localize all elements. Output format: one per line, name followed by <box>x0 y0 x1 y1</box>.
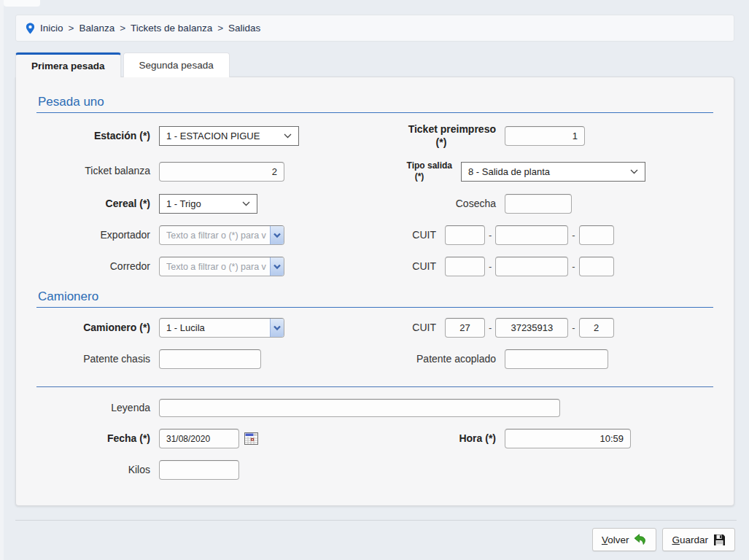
chevron-down-icon <box>273 233 282 238</box>
form-row: Exportador CUIT - - <box>36 225 713 245</box>
action-bar: Volver Guardar <box>592 528 735 551</box>
leyenda-input[interactable] <box>159 399 560 417</box>
estacion-select[interactable]: 1 - ESTACION PIGUE <box>159 126 299 146</box>
breadcrumb-separator: > <box>120 23 125 34</box>
breadcrumb: Inicio > Balanza > Tickets de balanza > … <box>15 15 734 42</box>
hora-label: Hora (*) <box>387 432 496 446</box>
corredor-cuit-part1-input[interactable] <box>445 257 485 276</box>
camionero-label: Camionero (*) <box>36 322 150 335</box>
form-row: Leyenda <box>36 399 713 417</box>
page-left-margin <box>0 0 4 560</box>
exportador-combobox <box>159 225 284 245</box>
form-row: Estación (*) 1 - ESTACION PIGUE Ticket p… <box>36 123 713 149</box>
camionero-cuit-part2-input[interactable] <box>495 318 568 338</box>
footer-divider <box>15 520 737 521</box>
section-divider <box>36 386 713 387</box>
fecha-input[interactable] <box>159 429 239 448</box>
location-pin-icon <box>26 23 35 34</box>
camionero-cuit-part1-input[interactable] <box>445 318 485 338</box>
leyenda-label: Leyenda <box>36 402 150 415</box>
patente-chasis-input[interactable] <box>159 349 261 369</box>
ticket-preimpreso-input[interactable] <box>505 126 585 146</box>
form-row: Patente chasis Patente acoplado <box>36 349 713 369</box>
tipo-salida-label: Tipo salida (*) <box>387 160 452 182</box>
kilos-input[interactable] <box>159 460 239 480</box>
corredor-input[interactable] <box>159 257 284 276</box>
fecha-label: Fecha (*) <box>36 432 150 446</box>
tipo-salida-select[interactable]: 8 - Salida de planta <box>461 162 645 182</box>
save-disk-icon <box>713 534 726 546</box>
top-left-chip <box>4 0 40 7</box>
breadcrumb-separator: > <box>217 23 223 34</box>
estacion-select-value: 1 - ESTACION PIGUE <box>166 131 260 141</box>
breadcrumb-tickets-de-balanza[interactable]: Tickets de balanza <box>131 23 212 34</box>
form-row: Ticket balanza Tipo salida (*) 8 - Salid… <box>36 160 713 182</box>
ticket-balanza-label: Ticket balanza <box>36 165 150 178</box>
corredor-label: Corredor <box>36 260 150 273</box>
camionero-combobox <box>159 318 284 338</box>
breadcrumb-salidas[interactable]: Salidas <box>228 23 260 34</box>
corredor-cuit-part2-input[interactable] <box>495 257 568 276</box>
chevron-down-icon <box>630 169 638 174</box>
back-arrow-icon <box>634 534 647 545</box>
cuit-dash: - <box>572 230 575 241</box>
estacion-label: Estación (*) <box>36 130 150 143</box>
patente-acoplado-input[interactable] <box>505 349 608 369</box>
chevron-down-icon <box>273 264 282 270</box>
exportador-input[interactable] <box>159 225 284 245</box>
exportador-cuit-part2-input[interactable] <box>495 225 568 245</box>
corredor-cuit-label: CUIT <box>387 260 436 273</box>
cosecha-input[interactable] <box>505 194 572 214</box>
kilos-label: Kilos <box>36 464 150 477</box>
corredor-dropdown-button[interactable] <box>270 257 284 276</box>
form-row: Corredor CUIT - - <box>36 257 713 276</box>
cuit-dash: - <box>572 322 575 333</box>
section-title-pesada-uno: Pesada uno <box>36 93 713 113</box>
guardar-button[interactable]: Guardar <box>662 528 735 551</box>
tab-bar: Primera pesada Segunda pesada <box>15 52 230 77</box>
volver-button[interactable]: Volver <box>592 528 657 551</box>
cuit-dash: - <box>489 230 492 241</box>
tab-segunda-pesada[interactable]: Segunda pesada <box>123 52 230 77</box>
chevron-down-icon <box>284 133 292 139</box>
exportador-dropdown-button[interactable] <box>270 226 284 244</box>
tipo-salida-select-value: 8 - Salida de planta <box>468 166 550 177</box>
cuit-dash: - <box>572 261 575 272</box>
calendar-button[interactable] <box>244 432 258 445</box>
camionero-cuit-part3-input[interactable] <box>579 318 614 338</box>
form-row: Kilos <box>36 460 713 480</box>
cereal-label: Cereal (*) <box>36 198 150 211</box>
tab-primera-pesada[interactable]: Primera pesada <box>15 52 121 77</box>
camionero-dropdown-button[interactable] <box>270 319 284 337</box>
corredor-combobox <box>159 257 284 276</box>
ticket-balanza-input[interactable] <box>159 162 284 182</box>
patente-chasis-label: Patente chasis <box>36 353 150 366</box>
breadcrumb-separator: > <box>69 23 74 34</box>
hora-input[interactable] <box>505 429 631 448</box>
form-row: Fecha (*) Hora (*) <box>36 429 713 448</box>
cereal-select-value: 1 - Trigo <box>166 198 201 209</box>
breadcrumb-inicio[interactable]: Inicio <box>40 23 63 34</box>
primera-pesada-panel: Pesada uno Estación (*) 1 - ESTACION PIG… <box>15 77 734 506</box>
cosecha-label: Cosecha <box>387 198 496 211</box>
exportador-cuit-part1-input[interactable] <box>445 225 485 245</box>
patente-acoplado-label: Patente acoplado <box>387 353 496 366</box>
exportador-label: Exportador <box>36 229 150 242</box>
exportador-cuit-part3-input[interactable] <box>579 225 614 245</box>
camionero-input[interactable] <box>159 318 284 338</box>
ticket-preimpreso-label: Ticket preimpreso (*) <box>387 123 496 149</box>
corredor-cuit-part3-input[interactable] <box>579 257 614 276</box>
cuit-dash: - <box>489 322 492 333</box>
cuit-dash: - <box>489 261 492 272</box>
chevron-down-icon <box>242 201 250 206</box>
chevron-down-icon <box>273 325 282 331</box>
calendar-icon <box>244 432 258 445</box>
form-row: Camionero (*) CUIT - - <box>36 318 713 338</box>
camionero-cuit-label: CUIT <box>387 322 436 335</box>
guardar-button-label: Guardar <box>672 534 708 545</box>
form-row: Cereal (*) 1 - Trigo Cosecha <box>36 194 713 214</box>
volver-button-label: Volver <box>602 534 629 545</box>
breadcrumb-balanza[interactable]: Balanza <box>79 23 115 34</box>
exportador-cuit-label: CUIT <box>387 229 436 242</box>
cereal-select[interactable]: 1 - Trigo <box>159 194 257 214</box>
